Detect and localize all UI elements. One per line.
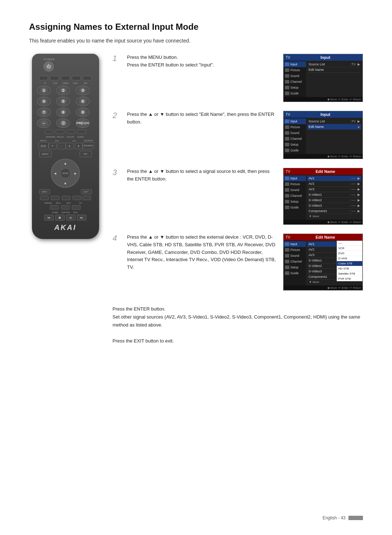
- info-btn[interactable]: INFO: [39, 189, 50, 194]
- mute-btn[interactable]: ((x)): [38, 142, 49, 149]
- menu-btn[interactable]: MENU: [39, 151, 52, 157]
- cable-btn[interactable]: [61, 76, 70, 80]
- step-2-text: Press the ▲ or ▼ button to select "Edit …: [127, 111, 277, 128]
- source-labels: TV VCR CABLE DVD SET: [37, 82, 94, 84]
- pmode-btn[interactable]: [40, 196, 49, 200]
- sidebar-sound-2: Sound: [283, 130, 306, 136]
- num-7[interactable]: ⑦: [37, 108, 51, 117]
- mute-label: MUTE: [40, 139, 46, 142]
- power-label: POWER: [44, 58, 55, 61]
- sidebar-setup-2: Setup: [283, 142, 306, 147]
- ch-down2-btn[interactable]: [82, 196, 91, 200]
- sidebar-guide-2: Guide: [283, 147, 306, 153]
- tv-row-av1-3: AV1 : ---- ▶: [307, 176, 361, 181]
- pmode-row: [37, 196, 94, 200]
- transport-row: ⏮ ⏹ ⏯ ⏭: [37, 215, 94, 220]
- footer-bar: [348, 516, 363, 520]
- vol-up-btn[interactable]: +: [49, 143, 57, 149]
- chlist-btn[interactable]: [66, 130, 75, 134]
- num-8[interactable]: ⑧: [56, 108, 70, 117]
- num-6[interactable]: ⑥: [76, 97, 90, 106]
- psize-row: [37, 205, 94, 210]
- tv-more-3: ▼ More: [307, 214, 361, 219]
- exit-btn[interactable]: EXIT: [81, 189, 92, 194]
- popup-item-dvhs: D-VHS: [337, 256, 362, 261]
- num-5[interactable]: ⑤: [56, 97, 70, 106]
- rew-btn[interactable]: ⏮: [44, 215, 54, 220]
- caption-btn[interactable]: [61, 205, 70, 210]
- step-1-number: 1: [113, 54, 121, 63]
- sidebar-picture-3: Picture: [283, 181, 306, 187]
- menu-row: MENU PIP: [37, 151, 94, 157]
- tv-row-av2-3: AV2 : ---- ▶: [307, 181, 361, 187]
- steps-area: 1 Press the MENU button.Press the ENTER …: [113, 54, 363, 345]
- favch-btn[interactable]: [56, 130, 64, 134]
- sidebar-setup-4: Setup: [283, 264, 306, 270]
- play-btn[interactable]: ⏯: [66, 215, 75, 220]
- dpad-right[interactable]: ►: [73, 170, 78, 176]
- remote-control: POWER TV VCR CABLE DVD SET ① ②: [29, 54, 102, 239]
- num-dash[interactable]: –: [37, 118, 51, 128]
- dpad-left[interactable]: ◄: [52, 170, 58, 176]
- tv-menu-4: TV Edit Name Input Picture: [283, 234, 363, 291]
- ff-btn[interactable]: ⏭: [77, 215, 86, 220]
- dpad-area: ▲ ▼ ◄ ► ENTER: [37, 159, 94, 188]
- sidebar-channel-2: Channel: [283, 136, 306, 142]
- enter-btn[interactable]: ENTER: [60, 168, 70, 178]
- source-big-btn[interactable]: SOURCE: [83, 142, 94, 149]
- pip-btn[interactable]: PIP: [79, 151, 92, 157]
- ch-down-btn[interactable]: ∨: [75, 143, 83, 149]
- brand-label: AKAI: [37, 223, 94, 232]
- page-footer: English - 43: [323, 515, 363, 520]
- sidebar-input-4: Input: [283, 241, 306, 247]
- step-1-text: Press the MENU button.Press the ENTER bu…: [127, 54, 277, 71]
- dvd-btn[interactable]: [72, 76, 81, 80]
- ch-up2-btn[interactable]: [73, 196, 81, 200]
- num-1[interactable]: ①: [37, 86, 51, 95]
- vcr-btn[interactable]: [50, 76, 59, 80]
- stop-btn[interactable]: ⏹: [55, 215, 65, 220]
- step-1: 1 Press the MENU button.Press the ENTER …: [113, 54, 363, 102]
- sidebar-input-2: Input: [283, 118, 306, 124]
- num-2[interactable]: ②: [56, 86, 70, 95]
- mts-btn[interactable]: [62, 196, 70, 200]
- tv-row-svideo3-3: S-Video3 : ---- ▶: [307, 203, 361, 208]
- tv-menu-3: TV Edit Name Input Picture: [283, 168, 363, 225]
- tv-footer-4: ◆ Move ↵ Enter ↩ Return: [283, 285, 363, 290]
- num-3[interactable]: ③: [76, 86, 90, 95]
- vol-down-btn[interactable]: -: [58, 143, 66, 149]
- step-3: 3 Press the ▲ or ▼ button to select a si…: [113, 168, 363, 225]
- antenna-btn[interactable]: [45, 130, 53, 134]
- step-4: 4 Press the ▲ or ▼ button to select the …: [113, 234, 363, 291]
- num-9[interactable]: ⑨: [76, 108, 90, 117]
- tv-row-sourcelist-2: Source List :TV ▶: [307, 119, 361, 124]
- tv-row-editname-2: Edit Name ▶: [307, 124, 361, 130]
- ch-up-btn[interactable]: ∧: [66, 143, 74, 149]
- sidebar-channel: Channel: [283, 79, 306, 85]
- info-exit-row: INFO EXIT: [37, 189, 94, 194]
- source-row: [37, 76, 94, 80]
- sidebar-setup-3: Setup: [283, 199, 306, 204]
- tv-row-sourcelist: Source List :TV ▶: [307, 62, 361, 67]
- dpad-up[interactable]: ▲: [62, 160, 68, 166]
- dpad-down[interactable]: ▼: [62, 181, 68, 186]
- page-subtitle: This feature enables you to name the inp…: [29, 38, 363, 44]
- sleep-btn[interactable]: [77, 130, 86, 134]
- dce-btn[interactable]: [72, 205, 81, 210]
- tv-menu-1-header: TV Input: [283, 54, 363, 61]
- psize-btn[interactable]: [50, 205, 59, 210]
- additional-text: Press the ENTER button. Set other signal…: [113, 305, 363, 345]
- set-btn[interactable]: [83, 76, 91, 80]
- popup-item-vcr: VCR: [337, 246, 362, 251]
- num-prev[interactable]: PRE-CH: [76, 118, 90, 128]
- tv-btn[interactable]: [39, 76, 48, 80]
- num-4[interactable]: ④: [37, 97, 51, 106]
- num-0[interactable]: ⓪: [56, 118, 70, 128]
- sidebar-channel-4: Channel: [283, 259, 306, 264]
- power-button[interactable]: [44, 61, 54, 72]
- name-popup: ---- VCR DVD D-VHS Cable STB HD STB Sate…: [336, 240, 363, 281]
- still-btn[interactable]: [51, 196, 60, 200]
- tv-row-comp1-3: Component1 : ---- ▶: [307, 208, 361, 214]
- sidebar-guide-3: Guide: [283, 204, 306, 210]
- numpad: ① ② ③ ④ ⑤ ⑥ ⑦ ⑧ ⑨ – ⓪ PRE-CH: [37, 86, 94, 128]
